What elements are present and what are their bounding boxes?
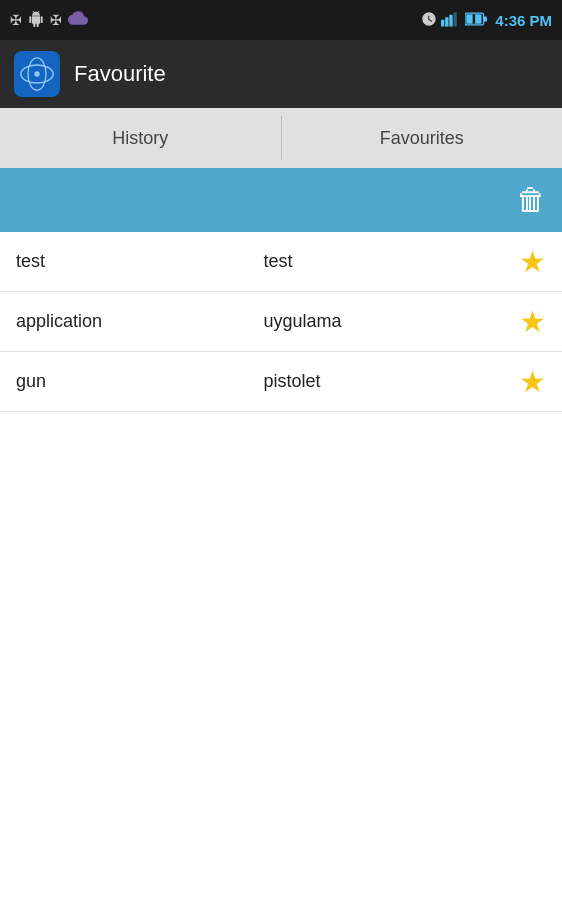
status-bar: ✠ ✠ [0,0,562,40]
status-icons-right: 4:36 PM [421,11,552,30]
svg-rect-3 [454,12,457,26]
item-word-0: test [16,251,264,272]
list-item: test test ★ [0,232,562,292]
clock-icon [421,11,437,30]
star-button-0[interactable]: ★ [519,244,546,279]
svg-rect-7 [473,14,476,23]
item-translation-1: uygulama [264,311,512,332]
status-icons-left: ✠ ✠ [10,11,88,30]
app-icon [14,51,60,97]
signal-icon [441,11,461,30]
app-title: Favourite [74,61,166,87]
toolbar-row: 🗑 [0,168,562,232]
item-word-2: gun [16,371,264,392]
android-icon [28,11,44,30]
usb-icon: ✠ [10,12,22,28]
tab-favourites-label: Favourites [380,128,464,149]
svg-rect-5 [484,16,487,21]
list-item: application uygulama ★ [0,292,562,352]
usb2-icon: ✠ [50,12,62,28]
item-word-1: application [16,311,264,332]
favourites-list: test test ★ application uygulama ★ gun p… [0,232,562,412]
battery-icon [465,12,487,29]
item-translation-0: test [264,251,512,272]
status-time: 4:36 PM [495,12,552,29]
tab-favourites[interactable]: Favourites [282,108,563,168]
star-button-2[interactable]: ★ [519,364,546,399]
list-item: gun pistolet ★ [0,352,562,412]
star-button-1[interactable]: ★ [519,304,546,339]
delete-all-button[interactable]: 🗑 [516,183,546,217]
tab-bar: History Favourites [0,108,562,168]
item-translation-2: pistolet [264,371,512,392]
tab-history-label: History [112,128,168,149]
svg-point-11 [34,71,39,76]
app-bar: Favourite [0,40,562,108]
svg-rect-0 [441,19,444,26]
cloud-icon [68,11,88,29]
svg-rect-2 [450,14,453,26]
svg-rect-1 [445,17,448,26]
tab-history[interactable]: History [0,108,281,168]
